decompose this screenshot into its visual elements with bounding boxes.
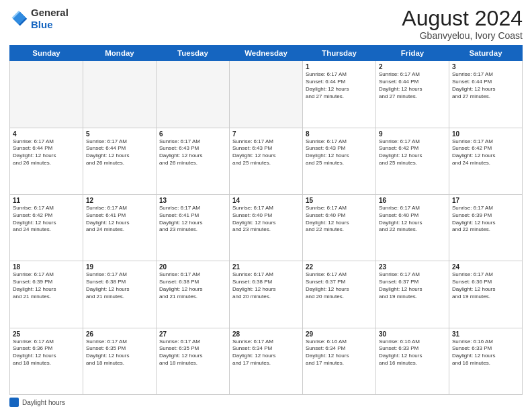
day-info: Sunrise: 6:17 AM Sunset: 6:37 PM Dayligh… [306, 271, 373, 300]
location: Gbanvyelou, Ivory Coast [402, 30, 523, 41]
day-number: 31 [452, 330, 519, 338]
day-info: Sunrise: 6:17 AM Sunset: 6:37 PM Dayligh… [379, 271, 446, 300]
calendar-cell: 22Sunrise: 6:17 AM Sunset: 6:37 PM Dayli… [303, 261, 376, 328]
calendar-cell: 10Sunrise: 6:17 AM Sunset: 6:42 PM Dayli… [449, 128, 523, 194]
calendar-cell: 6Sunrise: 6:17 AM Sunset: 6:43 PM Daylig… [157, 128, 230, 194]
day-number: 1 [306, 63, 373, 71]
calendar-cell: 24Sunrise: 6:17 AM Sunset: 6:36 PM Dayli… [449, 261, 523, 328]
day-number: 3 [452, 63, 519, 71]
day-number: 2 [379, 63, 446, 71]
day-info: Sunrise: 6:17 AM Sunset: 6:38 PM Dayligh… [232, 271, 300, 300]
day-number: 20 [159, 263, 226, 271]
day-info: Sunrise: 6:17 AM Sunset: 6:35 PM Dayligh… [86, 338, 153, 367]
day-info: Sunrise: 6:17 AM Sunset: 6:38 PM Dayligh… [159, 271, 226, 300]
calendar-cell: 4Sunrise: 6:17 AM Sunset: 6:44 PM Daylig… [10, 128, 83, 194]
day-info: Sunrise: 6:17 AM Sunset: 6:40 PM Dayligh… [232, 205, 300, 234]
daylight-legend: Daylight hours [9, 398, 65, 407]
calendar-cell: 29Sunrise: 6:16 AM Sunset: 6:34 PM Dayli… [303, 328, 376, 394]
week-row-3: 11Sunrise: 6:17 AM Sunset: 6:42 PM Dayli… [10, 194, 523, 261]
daylight-color-box [9, 398, 19, 407]
day-info: Sunrise: 6:17 AM Sunset: 6:42 PM Dayligh… [13, 205, 80, 234]
week-row-1: 1Sunrise: 6:17 AM Sunset: 6:44 PM Daylig… [10, 61, 523, 128]
calendar-cell [10, 61, 83, 128]
day-number: 5 [86, 130, 153, 138]
week-row-2: 4Sunrise: 6:17 AM Sunset: 6:44 PM Daylig… [10, 128, 523, 194]
calendar-cell: 30Sunrise: 6:16 AM Sunset: 6:33 PM Dayli… [376, 328, 449, 394]
calendar-cell: 26Sunrise: 6:17 AM Sunset: 6:35 PM Dayli… [83, 328, 157, 394]
day-number: 8 [306, 130, 373, 138]
day-info: Sunrise: 6:17 AM Sunset: 6:40 PM Dayligh… [379, 205, 446, 234]
header-right: August 2024 Gbanvyelou, Ivory Coast [402, 7, 523, 41]
calendar-cell: 9Sunrise: 6:17 AM Sunset: 6:42 PM Daylig… [376, 128, 449, 194]
day-info: Sunrise: 6:17 AM Sunset: 6:43 PM Dayligh… [306, 138, 373, 167]
calendar-cell: 3Sunrise: 6:17 AM Sunset: 6:44 PM Daylig… [449, 61, 523, 128]
day-info: Sunrise: 6:17 AM Sunset: 6:40 PM Dayligh… [306, 205, 373, 234]
day-info: Sunrise: 6:16 AM Sunset: 6:33 PM Dayligh… [452, 338, 519, 367]
day-info: Sunrise: 6:17 AM Sunset: 6:36 PM Dayligh… [452, 271, 519, 300]
weekday-header-sunday: Sunday [10, 46, 83, 61]
calendar-cell [83, 61, 157, 128]
calendar-cell: 18Sunrise: 6:17 AM Sunset: 6:39 PM Dayli… [10, 261, 83, 328]
calendar-cell: 1Sunrise: 6:17 AM Sunset: 6:44 PM Daylig… [303, 61, 376, 128]
weekday-header-friday: Friday [376, 46, 449, 61]
svg-marker-1 [12, 11, 26, 25]
day-info: Sunrise: 6:17 AM Sunset: 6:36 PM Dayligh… [13, 338, 80, 367]
day-number: 11 [13, 197, 80, 204]
calendar-cell: 5Sunrise: 6:17 AM Sunset: 6:44 PM Daylig… [83, 128, 157, 194]
calendar-cell: 20Sunrise: 6:17 AM Sunset: 6:38 PM Dayli… [157, 261, 230, 328]
day-info: Sunrise: 6:17 AM Sunset: 6:41 PM Dayligh… [159, 205, 226, 234]
calendar-cell: 17Sunrise: 6:17 AM Sunset: 6:39 PM Dayli… [449, 194, 523, 261]
calendar-cell [157, 61, 230, 128]
day-info: Sunrise: 6:17 AM Sunset: 6:35 PM Dayligh… [159, 338, 226, 367]
header: General Blue August 2024 Gbanvyelou, Ivo… [9, 7, 523, 41]
weekday-header-wednesday: Wednesday [230, 46, 303, 61]
calendar-cell: 12Sunrise: 6:17 AM Sunset: 6:41 PM Dayli… [83, 194, 157, 261]
day-number: 15 [306, 197, 373, 204]
day-number: 25 [13, 330, 80, 338]
day-number: 30 [379, 330, 446, 338]
calendar-cell: 7Sunrise: 6:17 AM Sunset: 6:43 PM Daylig… [230, 128, 303, 194]
day-number: 9 [379, 130, 446, 138]
day-info: Sunrise: 6:17 AM Sunset: 6:44 PM Dayligh… [379, 71, 446, 100]
calendar-cell: 11Sunrise: 6:17 AM Sunset: 6:42 PM Dayli… [10, 194, 83, 261]
calendar-cell: 15Sunrise: 6:17 AM Sunset: 6:40 PM Dayli… [303, 194, 376, 261]
calendar-cell: 13Sunrise: 6:17 AM Sunset: 6:41 PM Dayli… [157, 194, 230, 261]
day-info: Sunrise: 6:16 AM Sunset: 6:34 PM Dayligh… [306, 338, 373, 367]
calendar-cell: 16Sunrise: 6:17 AM Sunset: 6:40 PM Dayli… [376, 194, 449, 261]
calendar-cell: 25Sunrise: 6:17 AM Sunset: 6:36 PM Dayli… [10, 328, 83, 394]
calendar-cell: 2Sunrise: 6:17 AM Sunset: 6:44 PM Daylig… [376, 61, 449, 128]
logo: General Blue [9, 7, 69, 31]
day-info: Sunrise: 6:17 AM Sunset: 6:42 PM Dayligh… [452, 138, 519, 167]
day-info: Sunrise: 6:17 AM Sunset: 6:42 PM Dayligh… [379, 138, 446, 167]
day-info: Sunrise: 6:17 AM Sunset: 6:38 PM Dayligh… [86, 271, 153, 300]
weekday-header-monday: Monday [83, 46, 157, 61]
day-number: 19 [86, 263, 153, 271]
calendar-cell [230, 61, 303, 128]
weekday-header-tuesday: Tuesday [157, 46, 230, 61]
day-number: 13 [159, 197, 226, 204]
day-number: 12 [86, 197, 153, 204]
day-number: 28 [232, 330, 300, 338]
day-number: 22 [306, 263, 373, 271]
weekday-header-row: SundayMondayTuesdayWednesdayThursdayFrid… [10, 46, 523, 61]
daylight-label: Daylight hours [22, 399, 65, 406]
day-info: Sunrise: 6:17 AM Sunset: 6:44 PM Dayligh… [452, 71, 519, 100]
day-number: 24 [452, 263, 519, 271]
day-info: Sunrise: 6:16 AM Sunset: 6:33 PM Dayligh… [379, 338, 446, 367]
day-number: 7 [232, 130, 300, 138]
day-number: 21 [232, 263, 300, 271]
footer: Daylight hours [9, 398, 523, 407]
day-number: 17 [452, 197, 519, 204]
day-info: Sunrise: 6:17 AM Sunset: 6:44 PM Dayligh… [86, 138, 153, 167]
calendar-cell: 19Sunrise: 6:17 AM Sunset: 6:38 PM Dayli… [83, 261, 157, 328]
day-info: Sunrise: 6:17 AM Sunset: 6:41 PM Dayligh… [86, 205, 153, 234]
weekday-header-saturday: Saturday [449, 46, 523, 61]
day-number: 16 [379, 197, 446, 204]
day-number: 18 [13, 263, 80, 271]
day-number: 27 [159, 330, 226, 338]
calendar-cell: 23Sunrise: 6:17 AM Sunset: 6:37 PM Dayli… [376, 261, 449, 328]
month-year: August 2024 [402, 7, 523, 30]
day-info: Sunrise: 6:17 AM Sunset: 6:43 PM Dayligh… [232, 138, 300, 167]
day-info: Sunrise: 6:17 AM Sunset: 6:44 PM Dayligh… [13, 138, 80, 167]
calendar-cell: 21Sunrise: 6:17 AM Sunset: 6:38 PM Dayli… [230, 261, 303, 328]
